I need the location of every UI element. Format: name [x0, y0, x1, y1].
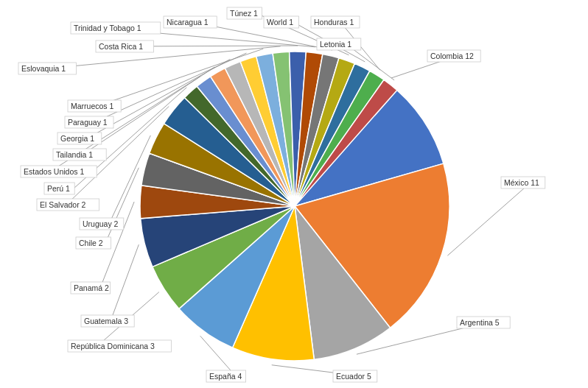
chart-label-20: Nicaragua 1: [164, 16, 217, 28]
chart-label-16: Marruecos 1: [68, 100, 121, 112]
chart-label-13: Tailandia 1: [53, 149, 106, 161]
chart-label-14: Georgia 1: [57, 133, 102, 144]
svg-text:World 1: World 1: [267, 18, 293, 27]
svg-text:Estados Unidos 1: Estados Unidos 1: [24, 167, 84, 176]
chart-container: Colombia 12México 11Argentina 5Ecuador 5…: [0, 0, 588, 388]
chart-label-24: Letonia 1: [317, 38, 361, 50]
svg-text:Argentina 5: Argentina 5: [460, 318, 500, 327]
leader-line-6: [111, 244, 139, 321]
chart-label-12: Estados Unidos 1: [21, 166, 97, 177]
chart-label-2: Argentina 5: [457, 317, 510, 328]
svg-text:Perú 1: Perú 1: [47, 184, 70, 193]
svg-text:Nicaragua 1: Nicaragua 1: [167, 18, 209, 27]
chart-label-9: Uruguay 2: [80, 218, 124, 230]
chart-label-11: Perú 1: [44, 183, 74, 194]
chart-label-4: España 4: [206, 370, 246, 382]
svg-text:Eslovaquia 1: Eslovaquia 1: [21, 64, 66, 73]
svg-text:España 4: España 4: [209, 372, 242, 381]
svg-text:Paraguay 1: Paraguay 1: [68, 118, 108, 127]
svg-text:República Dominicana 3: República Dominicana 3: [71, 342, 155, 350]
chart-label-10: El Salvador 2: [37, 199, 99, 211]
chart-label-23: Honduras 1: [311, 16, 360, 28]
chart-label-7: Panamá 2: [71, 282, 111, 294]
svg-text:Costa Rica 1: Costa Rica 1: [99, 42, 143, 51]
pie-chart: Colombia 12México 11Argentina 5Ecuador 5…: [0, 0, 588, 388]
svg-text:Tailandia 1: Tailandia 1: [56, 150, 93, 159]
svg-text:Trinidad y Tobago 1: Trinidad y Tobago 1: [74, 24, 141, 32]
chart-label-6: Guatemala 3: [81, 315, 134, 327]
chart-label-0: Colombia 12: [427, 50, 480, 62]
chart-label-5: República Dominicana 3: [68, 340, 171, 352]
svg-text:Honduras 1: Honduras 1: [314, 18, 354, 27]
svg-text:Uruguay 2: Uruguay 2: [83, 219, 119, 228]
svg-text:Letonia 1: Letonia 1: [320, 40, 351, 49]
chart-label-22: World 1: [264, 16, 298, 28]
svg-text:México 11: México 11: [504, 178, 539, 187]
chart-label-8: Chile 2: [76, 237, 111, 249]
svg-text:Colombia 12: Colombia 12: [430, 52, 474, 60]
leader-line-1: [447, 183, 531, 255]
svg-text:Marruecos 1: Marruecos 1: [71, 102, 114, 110]
svg-text:El Salvador 2: El Salvador 2: [40, 200, 86, 209]
chart-label-1: México 11: [501, 177, 545, 188]
svg-text:Georgia 1: Georgia 1: [60, 134, 94, 143]
chart-label-3: Ecuador 5: [333, 370, 377, 382]
svg-text:Guatemala 3: Guatemala 3: [84, 317, 128, 325]
chart-label-19: Trinidad y Tobago 1: [71, 22, 161, 34]
chart-label-15: Paraguay 1: [65, 116, 113, 128]
svg-text:Ecuador 5: Ecuador 5: [336, 372, 371, 381]
chart-label-18: Costa Rica 1: [96, 40, 153, 52]
svg-text:Panamá 2: Panamá 2: [74, 283, 109, 292]
chart-label-21: Túnez 1: [227, 7, 262, 19]
chart-label-17: Eslovaquia 1: [18, 63, 76, 74]
svg-text:Túnez 1: Túnez 1: [230, 9, 258, 18]
svg-text:Chile 2: Chile 2: [79, 239, 103, 247]
